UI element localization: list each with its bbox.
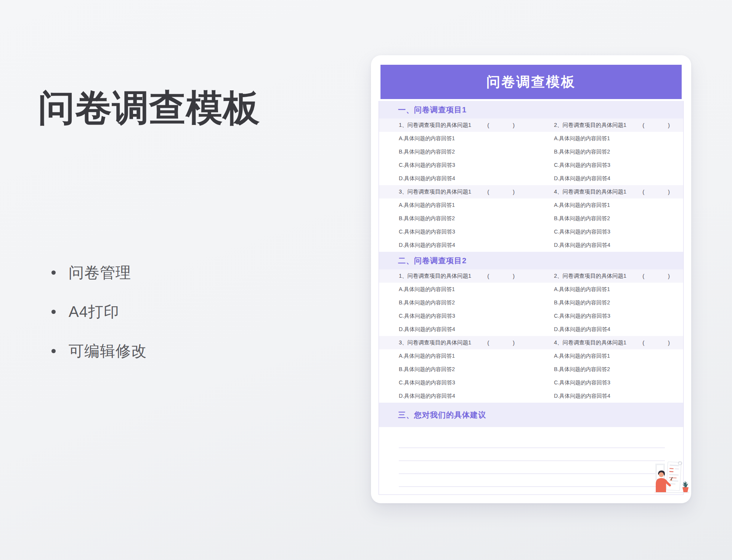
option-cell: A.具体问题的内容回答1	[531, 349, 683, 363]
writing-line	[399, 474, 665, 474]
question-cell: 1、问卷调查项目的具体问题1()	[379, 269, 531, 283]
option-label: A.具体问题的内容回答1	[399, 353, 455, 360]
person-head-icon	[659, 472, 664, 477]
option-cell: D.具体问题的内容回答4	[531, 389, 683, 403]
option-cell: D.具体问题的内容回答4	[379, 238, 531, 252]
question-cell: 1、问卷调查项目的具体问题1()	[379, 118, 531, 132]
option-cell: C.具体问题的内容回答3	[531, 309, 683, 323]
option-cell: B.具体问题的内容回答2	[531, 363, 683, 376]
question-label: 1、问卷调查项目的具体问题1	[399, 272, 471, 280]
option-cell: C.具体问题的内容回答3	[379, 309, 531, 323]
option-label: B.具体问题的内容回答2	[554, 299, 610, 306]
option-cell: A.具体问题的内容回答1	[531, 198, 683, 212]
option-cell: B.具体问题的内容回答2	[379, 212, 531, 225]
option-row: A.具体问题的内容回答1A.具体问题的内容回答1	[379, 132, 683, 145]
option-label: B.具体问题的内容回答2	[399, 366, 455, 373]
bullet-dot-icon	[51, 270, 56, 275]
paren-open: (	[642, 273, 644, 279]
option-cell: A.具体问题的内容回答1	[379, 283, 531, 296]
option-cell: C.具体问题的内容回答3	[531, 225, 683, 238]
option-label: A.具体问题的内容回答1	[554, 202, 610, 209]
option-row: B.具体问题的内容回答2B.具体问题的内容回答2	[379, 363, 683, 376]
paren-open: (	[642, 340, 644, 346]
option-row: D.具体问题的内容回答4D.具体问题的内容回答4	[379, 172, 683, 185]
option-row: A.具体问题的内容回答1A.具体问题的内容回答1	[379, 349, 683, 363]
option-label: B.具体问题的内容回答2	[399, 149, 455, 155]
option-cell: B.具体问题的内容回答2	[531, 296, 683, 309]
section-header: 一、问卷调查项目1	[379, 101, 683, 118]
question-row: 1、问卷调查项目的具体问题1()2、问卷调查项目的具体问题1()	[379, 269, 683, 283]
question-label: 1、问卷调查项目的具体问题1	[399, 122, 471, 129]
option-label: A.具体问题的内容回答1	[554, 353, 610, 360]
feature-list: 问卷管理A4打印可编辑修改	[51, 262, 147, 380]
option-label: D.具体问题的内容回答4	[399, 326, 455, 333]
doc-body: 一、问卷调查项目11、问卷调查项目的具体问题1()2、问卷调查项目的具体问题1(…	[379, 101, 684, 495]
option-cell: C.具体问题的内容回答3	[379, 376, 531, 389]
option-label: C.具体问题的内容回答3	[399, 229, 455, 235]
option-cell: D.具体问题的内容回答4	[379, 389, 531, 403]
option-cell: A.具体问题的内容回答1	[379, 198, 531, 212]
paren-open: (	[487, 340, 489, 346]
option-cell: D.具体问题的内容回答4	[379, 323, 531, 336]
option-cell: B.具体问题的内容回答2	[379, 363, 531, 376]
option-cell: C.具体问题的内容回答3	[531, 376, 683, 389]
option-label: D.具体问题的内容回答4	[399, 242, 455, 249]
option-label: A.具体问题的内容回答1	[399, 135, 455, 142]
option-cell: A.具体问题的内容回答1	[379, 132, 531, 145]
option-label: C.具体问题的内容回答3	[554, 379, 610, 386]
paren-close: )	[513, 189, 515, 195]
list-item: 可编辑修改	[51, 341, 147, 361]
doc-title: 问卷调查模板	[486, 73, 576, 91]
question-label: 2、问卷调查项目的具体问题1	[554, 122, 626, 129]
question-label: 4、问卷调查项目的具体问题1	[554, 188, 626, 195]
question-cell: 2、问卷调查项目的具体问题1()	[531, 118, 683, 132]
option-row: B.具体问题的内容回答2B.具体问题的内容回答2	[379, 145, 683, 158]
section-header: 三、您对我们的具体建议	[379, 403, 683, 427]
option-label: C.具体问题的内容回答3	[554, 229, 610, 235]
writing-line	[399, 448, 665, 448]
option-label: B.具体问题的内容回答2	[399, 215, 455, 222]
option-cell: A.具体问题的内容回答1	[531, 132, 683, 145]
option-row: D.具体问题的内容回答4D.具体问题的内容回答4	[379, 389, 683, 403]
option-row: B.具体问题的内容回答2B.具体问题的内容回答2	[379, 296, 683, 309]
paren-close: )	[668, 189, 670, 195]
question-cell: 4、问卷调查项目的具体问题1()	[531, 336, 683, 349]
option-cell: B.具体问题的内容回答2	[379, 296, 531, 309]
option-label: C.具体问题的内容回答3	[399, 162, 455, 169]
bullet-label: A4打印	[69, 301, 119, 322]
bullet-dot-icon	[51, 349, 56, 353]
writing-line	[399, 461, 665, 461]
option-cell: C.具体问题的内容回答3	[379, 225, 531, 238]
option-label: A.具体问题的内容回答1	[399, 286, 455, 293]
option-cell: B.具体问题的内容回答2	[531, 145, 683, 158]
question-label: 3、问卷调查项目的具体问题1	[399, 188, 471, 195]
writing-illustration	[653, 460, 691, 494]
option-cell: C.具体问题的内容回答3	[531, 158, 683, 172]
question-label: 4、问卷调查项目的具体问题1	[554, 339, 626, 346]
option-cell: D.具体问题的内容回答4	[531, 323, 683, 336]
option-cell: A.具体问题的内容回答1	[379, 349, 531, 363]
bullet-label: 可编辑修改	[69, 341, 147, 362]
option-cell: D.具体问题的内容回答4	[531, 172, 683, 185]
section-header: 二、问卷调查项目2	[379, 252, 683, 269]
doc-header: 问卷调查模板	[380, 65, 682, 99]
template-preview-card[interactable]: 问卷调查模板 一、问卷调查项目11、问卷调查项目的具体问题1()2、问卷调查项目…	[371, 55, 691, 503]
question-label: 2、问卷调查项目的具体问题1	[554, 272, 626, 280]
option-label: D.具体问题的内容回答4	[399, 393, 455, 400]
section-title: 二、问卷调查项目2	[398, 256, 467, 266]
option-cell: D.具体问题的内容回答4	[379, 172, 531, 185]
section-title: 三、您对我们的具体建议	[398, 410, 486, 420]
section-title: 一、问卷调查项目1	[398, 105, 467, 115]
paren-close: )	[513, 122, 515, 128]
option-row: C.具体问题的内容回答3C.具体问题的内容回答3	[379, 225, 683, 238]
option-cell: A.具体问题的内容回答1	[531, 283, 683, 296]
option-cell: B.具体问题的内容回答2	[531, 212, 683, 225]
question-row: 3、问卷调查项目的具体问题1()4、问卷调查项目的具体问题1()	[379, 336, 683, 349]
paren-open: (	[487, 189, 489, 195]
paren-close: )	[513, 273, 515, 279]
bullet-dot-icon	[51, 310, 56, 314]
option-label: D.具体问题的内容回答4	[554, 175, 610, 182]
paren-open: (	[487, 273, 489, 279]
option-label: D.具体问题的内容回答4	[554, 393, 610, 400]
suggestion-lines	[379, 427, 683, 494]
